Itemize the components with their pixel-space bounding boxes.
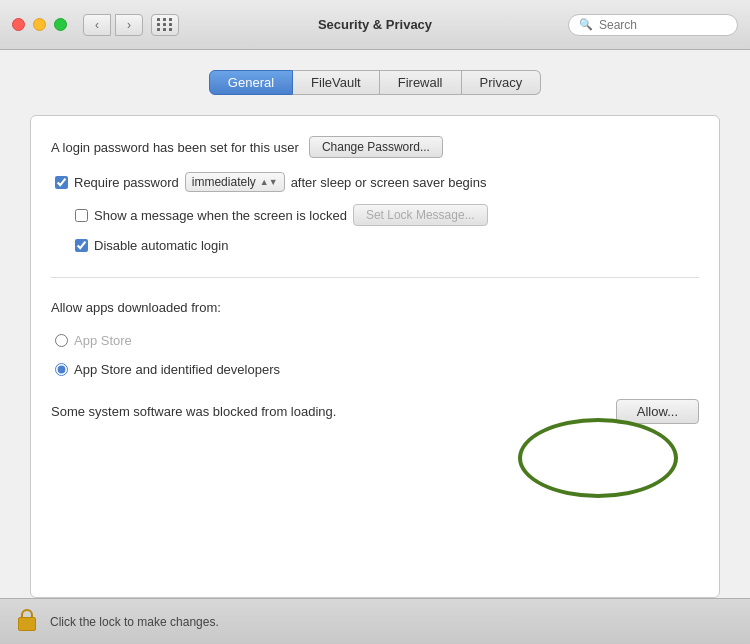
close-button[interactable]: [12, 18, 25, 31]
back-button[interactable]: ‹: [83, 14, 111, 36]
lock-shackle: [21, 609, 33, 617]
titlebar: ‹ › Security & Privacy 🔍: [0, 0, 750, 50]
require-password-row: Require password immediately ▲▼ after sl…: [55, 172, 699, 192]
lock-label: Click the lock to make changes.: [50, 615, 219, 629]
divider: [51, 277, 699, 278]
blocked-row: Some system software was blocked from lo…: [51, 399, 699, 424]
login-password-row: A login password has been set for this u…: [51, 136, 699, 158]
maximize-button[interactable]: [54, 18, 67, 31]
disable-auto-login-label: Disable automatic login: [94, 238, 228, 253]
tab-filevault[interactable]: FileVault: [293, 70, 380, 95]
lock-body: [18, 617, 36, 631]
search-input[interactable]: [599, 18, 727, 32]
search-box[interactable]: 🔍: [568, 14, 738, 36]
bottom-bar: Click the lock to make changes.: [0, 598, 750, 644]
grid-view-button[interactable]: [151, 14, 179, 36]
require-password-label: Require password: [74, 175, 179, 190]
tab-privacy[interactable]: Privacy: [462, 70, 542, 95]
app-store-only-radio[interactable]: [55, 334, 68, 347]
allow-button[interactable]: Allow...: [616, 399, 699, 424]
disable-auto-login-row: Disable automatic login: [75, 238, 699, 253]
app-store-only-label: App Store: [74, 333, 132, 348]
dropdown-arrows-icon: ▲▼: [260, 178, 278, 187]
settings-wrapper: A login password has been set for this u…: [30, 115, 720, 598]
after-sleep-text: after sleep or screen saver begins: [291, 175, 487, 190]
traffic-lights: [12, 18, 67, 31]
minimize-button[interactable]: [33, 18, 46, 31]
blocked-text: Some system software was blocked from lo…: [51, 404, 336, 419]
allow-apps-label: Allow apps downloaded from:: [51, 300, 699, 315]
nav-buttons: ‹ ›: [83, 14, 143, 36]
change-password-button[interactable]: Change Password...: [309, 136, 443, 158]
tab-bar: General FileVault Firewall Privacy: [30, 70, 720, 95]
tab-firewall[interactable]: Firewall: [380, 70, 462, 95]
main-content: General FileVault Firewall Privacy A log…: [0, 50, 750, 598]
grid-icon: [157, 18, 173, 31]
app-store-identified-label: App Store and identified developers: [74, 362, 280, 377]
login-password-text: A login password has been set for this u…: [51, 140, 299, 155]
disable-auto-login-checkbox[interactable]: [75, 239, 88, 252]
tab-general[interactable]: General: [209, 70, 293, 95]
immediately-value: immediately: [192, 175, 256, 189]
app-store-identified-row: App Store and identified developers: [55, 362, 699, 377]
show-message-checkbox[interactable]: [75, 209, 88, 222]
set-lock-message-button[interactable]: Set Lock Message...: [353, 204, 488, 226]
forward-button[interactable]: ›: [115, 14, 143, 36]
app-store-only-row: App Store: [55, 333, 699, 348]
show-message-label: Show a message when the screen is locked: [94, 208, 347, 223]
require-password-checkbox[interactable]: [55, 176, 68, 189]
settings-area: A login password has been set for this u…: [30, 115, 720, 598]
immediately-dropdown[interactable]: immediately ▲▼: [185, 172, 285, 192]
app-store-identified-radio[interactable]: [55, 363, 68, 376]
lock-icon[interactable]: [16, 609, 38, 635]
window-title: Security & Privacy: [318, 17, 432, 32]
show-message-row: Show a message when the screen is locked…: [75, 204, 699, 226]
search-icon: 🔍: [579, 18, 593, 31]
